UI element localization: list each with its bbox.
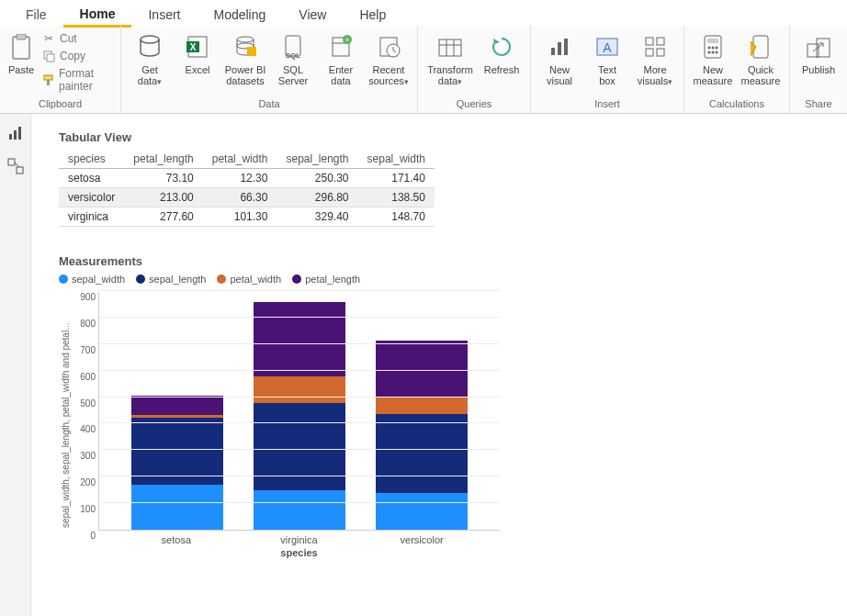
stacked-bar-chart[interactable]: sepal_widthsepal_lengthpetal_widthpetal_…	[59, 274, 500, 558]
text-box-button[interactable]: A Text box	[584, 29, 630, 90]
bar-segment[interactable]	[376, 341, 468, 398]
enter-data-button[interactable]: + Enter data	[318, 29, 364, 90]
tabular-view-title: Tabular View	[59, 130, 819, 144]
legend-item[interactable]: petal_width	[217, 274, 281, 285]
table-cell: 101.30	[203, 207, 277, 227]
bar-segment[interactable]	[376, 493, 468, 530]
bar-segment[interactable]	[131, 396, 223, 415]
bar-segment[interactable]	[254, 376, 345, 403]
x-tick: virginica	[253, 534, 344, 545]
bar-column[interactable]	[254, 302, 345, 530]
bar-column[interactable]	[376, 341, 468, 530]
cut-label: Cut	[60, 32, 77, 45]
database-icon	[136, 33, 164, 61]
menu-help[interactable]: Help	[343, 4, 402, 26]
legend-item[interactable]: petal_length	[292, 274, 360, 285]
chart-title: Measurements	[59, 254, 819, 268]
refresh-button[interactable]: Refresh	[479, 29, 525, 79]
bar-segment[interactable]	[376, 397, 468, 414]
y-tick: 100	[72, 504, 96, 514]
transform-data-button[interactable]: Transform data▾	[424, 29, 477, 91]
y-tick: 500	[72, 398, 96, 408]
bar-segment[interactable]	[131, 418, 223, 484]
y-axis-label: sepal_width, sepal_length, petal_width a…	[59, 292, 73, 558]
ribbon-group-share: Publish Share	[790, 26, 847, 113]
quick-measure-icon	[747, 33, 774, 61]
quick-measure-button[interactable]: Quick measure	[738, 29, 784, 90]
menu-insert[interactable]: Insert	[131, 4, 197, 26]
get-data-button[interactable]: Get data▾	[127, 29, 173, 91]
format-painter-button[interactable]: Format painter	[39, 66, 115, 94]
bar-column[interactable]	[131, 396, 223, 530]
svg-rect-0	[13, 37, 29, 59]
sql-server-button[interactable]: SQL SQL Server	[270, 29, 316, 90]
excel-button[interactable]: X Excel	[175, 29, 220, 79]
col-petal-width[interactable]: petal_width	[203, 150, 277, 169]
menu-home[interactable]: Home	[63, 3, 132, 28]
menu-file[interactable]: File	[9, 4, 63, 26]
svg-point-10	[237, 37, 254, 42]
refresh-icon	[488, 33, 515, 61]
bar-segment[interactable]	[376, 414, 468, 493]
get-data-label: Get data	[138, 64, 158, 86]
more-visuals-button[interactable]: More visuals▾	[632, 29, 678, 91]
new-visual-label: New visual	[547, 64, 572, 86]
svg-rect-30	[646, 38, 653, 45]
data-table[interactable]: species petal_length petal_width sepal_l…	[59, 150, 435, 227]
gridline	[99, 449, 500, 450]
gridline	[99, 397, 500, 398]
bar-segment[interactable]	[254, 302, 345, 375]
bar-chart-icon	[7, 125, 24, 141]
svg-rect-47	[18, 127, 21, 140]
table-cell: 250.30	[277, 169, 357, 188]
svg-rect-1	[17, 34, 26, 39]
copy-button[interactable]: Copy	[39, 49, 115, 63]
table-row[interactable]: versicolor213.0066.30296.80138.50	[59, 188, 435, 207]
recent-sources-button[interactable]: Recent sources▾	[366, 29, 412, 91]
new-visual-button[interactable]: New visual	[536, 29, 582, 90]
col-species[interactable]: species	[59, 150, 124, 169]
report-view-button[interactable]	[6, 123, 26, 143]
refresh-label: Refresh	[484, 64, 520, 75]
transform-icon	[436, 33, 464, 61]
chart-legend: sepal_widthsepal_lengthpetal_widthpetal_…	[59, 274, 500, 285]
new-measure-button[interactable]: New measure	[690, 29, 736, 90]
menu-view[interactable]: View	[282, 4, 343, 26]
cut-button[interactable]: ✂ Cut	[39, 31, 115, 46]
col-sepal-length[interactable]: sepal_length	[277, 150, 357, 169]
quick-measure-label: Quick measure	[741, 64, 781, 86]
report-canvas[interactable]: Tabular View species petal_length petal_…	[31, 114, 847, 616]
publish-button[interactable]: Publish	[796, 29, 841, 79]
bar-segment[interactable]	[254, 490, 345, 530]
col-sepal-width[interactable]: sepal_width	[358, 150, 435, 169]
svg-point-41	[716, 51, 718, 54]
insert-group-label: Insert	[536, 96, 678, 111]
gridline	[99, 422, 500, 423]
pbi-datasets-button[interactable]: Power BI datasets	[222, 29, 268, 90]
model-icon	[7, 158, 24, 174]
model-view-button[interactable]	[6, 156, 26, 176]
svg-rect-5	[47, 80, 50, 85]
svg-point-36	[708, 47, 711, 50]
gridline	[99, 370, 500, 371]
menu-modeling[interactable]: Modeling	[197, 4, 282, 26]
svg-rect-35	[707, 39, 718, 43]
bar-segment[interactable]	[131, 485, 223, 531]
col-petal-length[interactable]: petal_length	[124, 150, 202, 169]
svg-point-38	[716, 47, 718, 50]
format-painter-label: Format painter	[59, 67, 111, 93]
recent-icon	[375, 33, 402, 61]
table-row[interactable]: virginica277.60101.30329.40148.70	[59, 207, 435, 227]
legend-item[interactable]: sepal_width	[59, 274, 125, 285]
text-box-label: Text box	[598, 64, 616, 86]
legend-swatch-icon	[136, 274, 145, 284]
paste-button[interactable]: Paste	[6, 29, 37, 79]
bar-segment[interactable]	[254, 403, 345, 490]
table-row[interactable]: setosa73.1012.30250.30171.40	[59, 169, 435, 188]
powerbi-icon	[232, 33, 259, 61]
more-visuals-icon	[641, 33, 669, 61]
publish-label: Publish	[802, 64, 835, 75]
table-cell: virginica	[59, 207, 124, 227]
legend-item[interactable]: sepal_length	[136, 274, 206, 285]
svg-point-40	[712, 51, 715, 54]
